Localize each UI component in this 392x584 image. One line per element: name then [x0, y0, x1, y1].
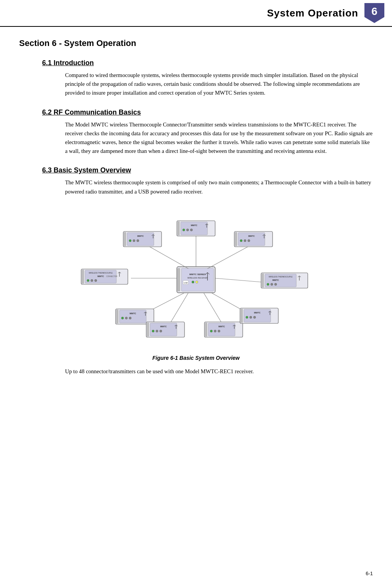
section-6-2: 6.2 RF Communication Basics The Model MW… — [19, 108, 373, 156]
svg-point-78 — [121, 317, 124, 319]
svg-point-89 — [156, 330, 158, 332]
svg-point-68 — [267, 283, 269, 285]
section-main-title: Section 6 - System Operation — [19, 38, 373, 48]
svg-point-88 — [152, 330, 154, 332]
subsection-6-3-title: 6.3 Basic System Overview — [42, 166, 373, 174]
svg-line-14 — [207, 244, 253, 269]
svg-point-45 — [240, 240, 242, 242]
page-content: Section 6 - System Operation 6.1 Introdu… — [0, 27, 392, 402]
svg-text:CONNECTOR: CONNECTOR — [106, 276, 118, 277]
svg-text:MWTC: MWTC — [191, 224, 197, 226]
svg-point-90 — [160, 330, 162, 332]
svg-rect-2 — [181, 268, 214, 291]
svg-text:USB: USB — [184, 282, 188, 284]
svg-point-69 — [271, 283, 273, 285]
page-footer: 6-1 — [366, 571, 373, 576]
svg-text:MWTC: MWTC — [160, 325, 167, 328]
section-6-1: 6.1 Introduction Compared to wired therm… — [19, 59, 373, 98]
svg-point-37 — [137, 240, 139, 242]
svg-point-7 — [192, 281, 194, 283]
svg-point-46 — [244, 240, 246, 242]
subsection-6-3-body-after: Up to 48 connector/transmitters can be u… — [65, 367, 373, 376]
subsection-6-2-body: The Model MWTC wireless Thermocouple Con… — [65, 120, 373, 156]
svg-rect-64 — [262, 274, 264, 287]
svg-text:MWTC: MWTC — [248, 235, 255, 237]
svg-text:MWTC: MWTC — [97, 275, 104, 277]
subsection-6-1-title: 6.1 Introduction — [42, 59, 373, 67]
svg-point-36 — [133, 240, 135, 242]
figure-6-1-container: MWTC SERIES WIRELESS RECEIVER USB — [19, 205, 373, 361]
subsection-6-1-body: Compared to wired thermocouple systems, … — [65, 71, 373, 98]
svg-line-13 — [144, 244, 188, 269]
svg-text:MWTC: MWTC — [254, 312, 260, 314]
svg-point-79 — [125, 317, 127, 319]
svg-rect-105 — [241, 309, 243, 323]
svg-point-80 — [129, 317, 131, 319]
svg-text:MWTC: MWTC — [272, 279, 279, 281]
svg-rect-95 — [205, 323, 207, 336]
svg-line-16 — [215, 278, 261, 282]
subsection-6-2-title: 6.2 RF Communication Basics — [42, 108, 373, 116]
svg-rect-52 — [82, 270, 84, 284]
svg-rect-85 — [147, 323, 149, 336]
svg-text:WIRELESS THERMOCOUPLE: WIRELESS THERMOCOUPLE — [269, 276, 292, 278]
svg-point-99 — [214, 330, 216, 332]
svg-point-27 — [190, 229, 193, 231]
svg-point-98 — [210, 330, 212, 332]
svg-point-109 — [250, 316, 252, 318]
svg-text:MWTC: MWTC — [129, 312, 136, 315]
svg-point-25 — [183, 229, 185, 231]
page-number: 6-1 — [366, 571, 373, 576]
figure-caption: Figure 6-1 Basic System Overview — [152, 355, 240, 361]
svg-point-59 — [95, 279, 97, 282]
svg-text:MWTC: MWTC — [137, 235, 144, 237]
svg-text:WIRELESS RECEIVER: WIRELESS RECEIVER — [188, 277, 208, 279]
subsection-6-3-body-before: The MWTC wireless thermocouple system is… — [65, 178, 373, 196]
svg-rect-22 — [178, 221, 180, 235]
section-6-3: 6.3 Basic System Overview The MWTC wirel… — [19, 166, 373, 376]
section-main: Section 6 - System Operation — [19, 38, 373, 48]
svg-point-26 — [186, 229, 189, 231]
svg-point-57 — [87, 279, 89, 282]
svg-rect-1 — [178, 268, 180, 291]
chapter-badge: 6 — [364, 3, 384, 23]
svg-rect-32 — [124, 232, 126, 246]
svg-point-35 — [129, 240, 131, 242]
page-header: System Operation 6 — [0, 0, 392, 27]
svg-point-58 — [91, 279, 93, 282]
svg-point-100 — [218, 330, 220, 332]
svg-point-47 — [248, 240, 250, 242]
svg-rect-42 — [235, 232, 237, 246]
svg-rect-75 — [116, 310, 118, 323]
svg-point-8 — [196, 281, 198, 283]
svg-text:MWTC SERIES: MWTC SERIES — [189, 273, 206, 276]
system-overview-diagram: MWTC SERIES WIRELESS RECEIVER USB — [66, 205, 326, 351]
header-title: System Operation — [267, 7, 358, 19]
svg-text:MWTC: MWTC — [218, 325, 225, 328]
svg-text:WIRELESS THERMOCOUPLE: WIRELESS THERMOCOUPLE — [89, 272, 113, 274]
svg-point-70 — [274, 283, 277, 285]
svg-point-108 — [246, 316, 248, 318]
svg-point-110 — [253, 316, 256, 318]
